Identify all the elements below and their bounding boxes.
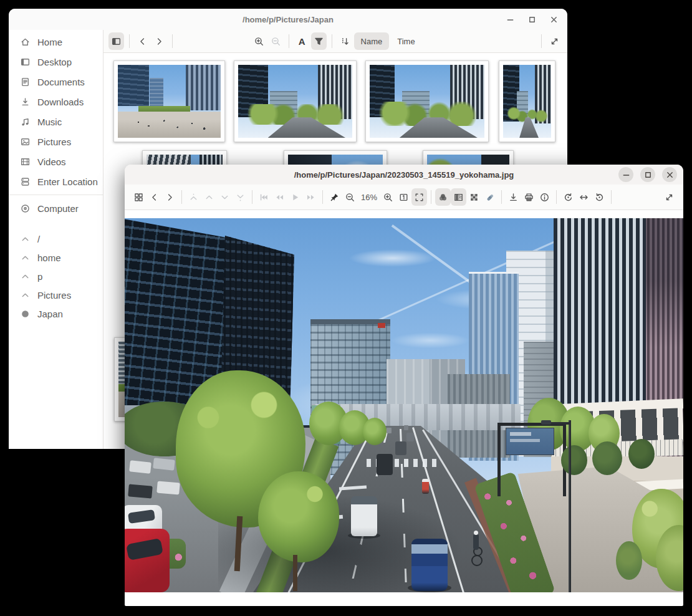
info-button[interactable] [537,188,552,206]
image-viewer-titlebar[interactable]: /home/p/Pictures/Japan/20230503_145519_y… [125,165,683,185]
toolbar-separator [129,34,130,48]
expand-button[interactable] [547,32,562,50]
zoom-out-button[interactable] [268,32,284,50]
sidebar-item-desktop[interactable]: Desktop [9,52,103,72]
maximize-button[interactable] [524,12,539,27]
skip-to-start-button[interactable] [256,188,272,206]
close-icon [549,14,559,25]
maximize-button[interactable] [640,167,655,182]
play-slideshow-button[interactable] [287,188,303,206]
pin-button[interactable] [327,188,342,206]
original-size-button[interactable] [396,188,411,206]
streetlight-lamp [541,420,551,425]
sidebar-item-label: Pictures [37,137,71,147]
white-van [351,496,377,536]
sidebar-item-japan[interactable]: Japan [9,304,103,323]
retouch-button[interactable] [482,188,497,206]
photo-canvas[interactable] [125,218,683,592]
checkerboard-button[interactable] [466,188,482,206]
desktop-icon [20,57,31,67]
toggle-sidebar-button[interactable] [108,32,124,50]
parked-car-1 [129,460,151,473]
sidebar-item-label: p [37,271,42,282]
close-button[interactable] [662,167,677,182]
save-button[interactable] [506,188,521,206]
chevron-left-icon [149,192,160,203]
chevron-down-icon [219,192,230,203]
forward-button[interactable] [151,32,167,50]
sidebar-item-home[interactable]: home [9,248,103,267]
previous-image-button[interactable] [201,188,217,206]
rotate-left-button[interactable] [560,188,576,206]
sidebar-item-label: Japan [37,309,63,319]
thumbnails-button[interactable] [131,188,147,206]
sort-order-button[interactable] [337,32,353,50]
chevron-up-dot-icon [188,192,199,203]
filter-button[interactable] [311,32,327,50]
first-image-button[interactable] [186,188,201,206]
chevron-right-icon [165,192,175,203]
sidebar-gap [9,218,103,229]
minimize-button[interactable] [618,167,633,182]
next-button[interactable] [162,188,178,206]
sidebar-item-videos[interactable]: Videos [9,152,103,171]
back-button[interactable] [135,32,150,50]
rotate-right-button[interactable] [592,188,607,206]
retouch-icon [484,192,495,203]
sidebar-item-p[interactable]: p [9,267,103,286]
photo-thumbnail[interactable] [365,60,489,142]
sidebar-item-music[interactable]: Music [9,112,103,132]
halftone-button[interactable] [451,188,466,206]
center-tower-sign [378,323,385,328]
color-adjust-button[interactable] [435,188,451,206]
rewind-button[interactable] [272,188,287,206]
fast-forward-icon [305,192,316,203]
fast-forward-button[interactable] [303,188,319,206]
distant-car-2 [395,441,406,455]
letter-a-icon: A [297,36,307,47]
fit-window-button[interactable] [411,188,427,206]
streetlight-pole [569,420,571,592]
sort-by-time-button[interactable]: Time [390,32,421,50]
flip-horizontal-button[interactable] [576,188,592,206]
sidebar-item-root[interactable]: / [9,229,103,248]
photo-thumbnail[interactable] [234,60,357,142]
sidebar-item-label: Music [37,117,62,127]
sidebar-item-home[interactable]: Home [9,32,103,52]
photo-thumbnail[interactable] [499,60,555,142]
previous-button[interactable] [147,188,162,206]
photo-thumbnail[interactable] [113,60,225,142]
file-manager-titlebar[interactable]: /home/p/Pictures/Japan [9,9,567,30]
print-button[interactable] [521,188,537,206]
sidebar-item-computer[interactable]: Computer [9,198,103,218]
zoom-in-button[interactable] [380,188,396,206]
parked-car-5 [128,484,153,498]
dot-icon [20,309,31,319]
zoom-in-button[interactable] [251,32,267,50]
last-image-button[interactable] [233,188,248,206]
toolbar-separator [501,190,502,204]
distant-car-3 [406,433,414,441]
red-car [125,529,170,592]
sidebar-item-downloads[interactable]: Downloads [9,92,103,112]
minimize-button[interactable] [502,12,517,27]
download-icon [20,97,31,107]
sidebar-item-documents[interactable]: Documents [9,72,103,92]
zoom-out-button[interactable] [342,188,358,206]
cyclist-body [473,534,479,550]
fullscreen-button[interactable] [661,188,677,206]
minimize-icon [505,14,516,25]
sidebar-item-pictures[interactable]: Pictures [9,286,103,304]
sidebar-item-label: Downloads [37,97,84,107]
close-button[interactable] [546,12,561,27]
next-image-button[interactable] [217,188,233,206]
cyclist-helmet [474,531,478,535]
sidebar-item-label: Enter Location [37,176,98,187]
sort-by-name-button[interactable]: Name [354,32,390,50]
font-size-button[interactable]: A [294,32,310,50]
toolbar-button-label: Time [392,37,420,46]
sidebar-item-pictures[interactable]: Pictures [9,132,103,152]
toolbar-separator [541,34,542,48]
road-sign-text-2 [510,439,540,442]
sidebar-item-enter-location[interactable]: Enter Location [9,171,103,191]
